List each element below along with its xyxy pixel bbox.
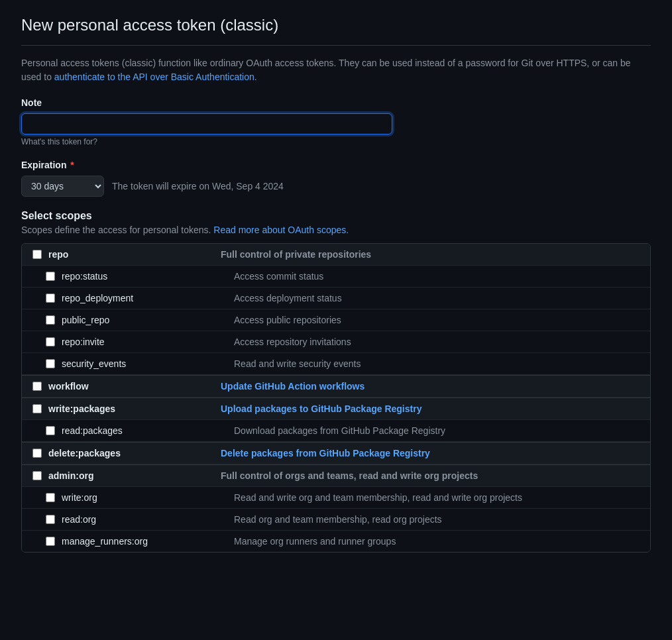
- scope-row-repo: repo Full control of private repositorie…: [22, 244, 650, 266]
- scope-desc-public-repo: Access public repositories: [234, 315, 640, 325]
- scope-name-delete-packages: delete:packages: [48, 448, 221, 458]
- checkbox-admin-org[interactable]: [32, 471, 42, 480]
- required-indicator: *: [70, 160, 74, 170]
- scope-desc-repo: Full control of private repositories: [221, 249, 640, 260]
- checkbox-repo-deployment[interactable]: [46, 293, 55, 303]
- scope-desc-repo-deployment: Access deployment status: [234, 293, 640, 303]
- scope-row-admin-org: admin:org Full control of orgs and teams…: [22, 464, 650, 487]
- page-description: Personal access tokens (classic) functio…: [21, 56, 651, 84]
- scopes-description: Scopes define the access for personal to…: [21, 225, 651, 235]
- scope-row-repo-status: repo:status Access commit status: [22, 266, 650, 288]
- scope-name-workflow: workflow: [48, 381, 221, 392]
- checkbox-read-packages[interactable]: [46, 426, 55, 435]
- scope-name-repo: repo: [48, 249, 221, 260]
- api-auth-link[interactable]: authenticate to the API over Basic Authe…: [54, 72, 254, 82]
- scopes-title: Select scopes: [21, 210, 651, 222]
- scope-name-repo-invite: repo:invite: [62, 337, 234, 347]
- checkbox-write-packages[interactable]: [32, 404, 42, 413]
- scope-row-repo-invite: repo:invite Access repository invitation…: [22, 331, 650, 353]
- checkbox-public-repo[interactable]: [46, 315, 55, 325]
- scope-name-read-packages: read:packages: [62, 425, 234, 436]
- checkbox-repo-status[interactable]: [46, 272, 55, 281]
- expiration-note: The token will expire on Wed, Sep 4 2024: [112, 181, 284, 191]
- scope-desc-read-org: Read org and team membership, read org p…: [234, 514, 640, 525]
- scope-row-public-repo: public_repo Access public repositories: [22, 309, 650, 331]
- note-field-group: Note What's this token for?: [21, 97, 651, 146]
- scope-row-read-packages: read:packages Download packages from Git…: [22, 420, 650, 442]
- scope-row-workflow: workflow Update GitHub Action workflows: [22, 375, 650, 398]
- checkbox-read-org[interactable]: [46, 515, 55, 524]
- scope-desc-repo-status: Access commit status: [234, 271, 640, 282]
- scope-desc-security-events: Read and write security events: [234, 358, 640, 369]
- oauth-scopes-link[interactable]: Read more about OAuth scopes.: [213, 225, 349, 235]
- expiration-label: Expiration *: [21, 160, 651, 170]
- scope-desc-write-org: Read and write org and team membership, …: [234, 492, 640, 503]
- scope-name-write-packages: write:packages: [48, 403, 221, 414]
- scope-name-security-events: security_events: [62, 358, 234, 369]
- scope-desc-read-packages: Download packages from GitHub Package Re…: [234, 425, 640, 436]
- checkbox-repo-invite[interactable]: [46, 337, 55, 347]
- scope-row-write-packages: write:packages Upload packages to GitHub…: [22, 398, 650, 420]
- page-title: New personal access token (classic): [21, 16, 651, 46]
- note-input[interactable]: [21, 113, 392, 134]
- scopes-table: repo Full control of private repositorie…: [21, 243, 651, 553]
- scope-row-delete-packages: delete:packages Delete packages from Git…: [22, 442, 650, 464]
- note-label: Note: [21, 97, 651, 108]
- checkbox-write-org[interactable]: [46, 493, 55, 502]
- scope-row-read-org: read:org Read org and team membership, r…: [22, 509, 650, 531]
- scope-name-manage-runners-org: manage_runners:org: [62, 536, 234, 547]
- scope-desc-workflow: Update GitHub Action workflows: [221, 381, 640, 392]
- scope-name-write-org: write:org: [62, 492, 234, 503]
- scope-desc-admin-org: Full control of orgs and teams, read and…: [221, 470, 640, 481]
- scope-row-security-events: security_events Read and write security …: [22, 353, 650, 375]
- checkbox-manage-runners-org[interactable]: [46, 537, 55, 546]
- scope-row-repo-deployment: repo_deployment Access deployment status: [22, 288, 650, 309]
- checkbox-workflow[interactable]: [32, 382, 42, 391]
- checkbox-delete-packages[interactable]: [32, 449, 42, 458]
- scope-row-write-org: write:org Read and write org and team me…: [22, 487, 650, 509]
- expiration-select[interactable]: 7 days 30 days 60 days 90 days Custom No…: [21, 176, 104, 197]
- scope-desc-repo-invite: Access repository invitations: [234, 337, 640, 347]
- expiration-row: 7 days 30 days 60 days 90 days Custom No…: [21, 176, 651, 197]
- scope-name-repo-deployment: repo_deployment: [62, 293, 234, 303]
- scope-name-public-repo: public_repo: [62, 315, 234, 325]
- scope-row-manage-runners-org: manage_runners:org Manage org runners an…: [22, 531, 650, 552]
- checkbox-repo[interactable]: [32, 250, 42, 259]
- scope-desc-manage-runners-org: Manage org runners and runner groups: [234, 536, 640, 547]
- scope-desc-write-packages: Upload packages to GitHub Package Regist…: [221, 403, 640, 414]
- scope-name-repo-status: repo:status: [62, 271, 234, 282]
- expiration-field-group: Expiration * 7 days 30 days 60 days 90 d…: [21, 160, 651, 197]
- scope-desc-delete-packages: Delete packages from GitHub Package Regi…: [221, 448, 640, 458]
- scope-name-admin-org: admin:org: [48, 470, 221, 481]
- checkbox-security-events[interactable]: [46, 359, 55, 368]
- note-hint: What's this token for?: [21, 137, 651, 146]
- scope-name-read-org: read:org: [62, 514, 234, 525]
- scopes-section: Select scopes Scopes define the access f…: [21, 210, 651, 553]
